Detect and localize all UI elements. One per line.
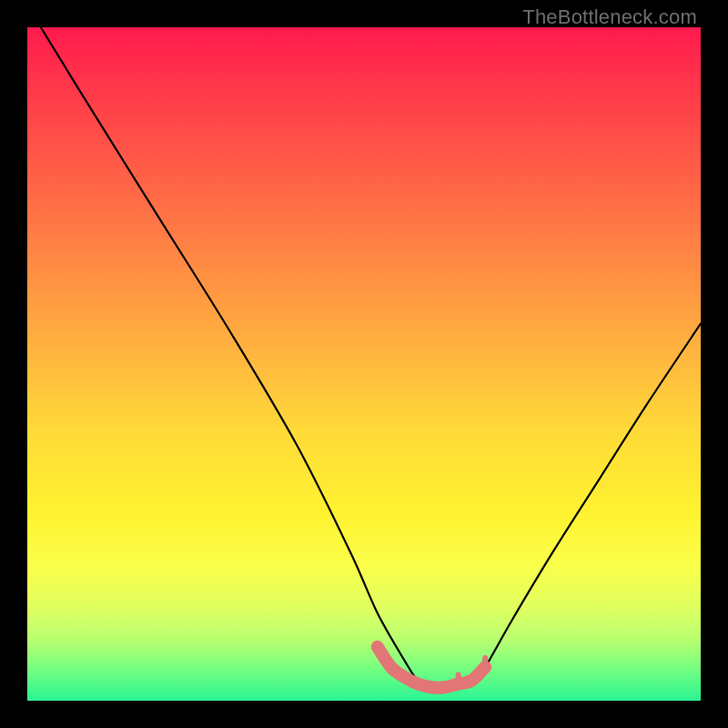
chart-svg xyxy=(27,27,701,701)
watermark-text: TheBottleneck.com xyxy=(522,5,697,29)
plot-area xyxy=(27,27,701,701)
valley-marker xyxy=(378,647,485,688)
chart-frame: TheBottleneck.com xyxy=(0,0,728,728)
bottleneck-curve xyxy=(41,27,701,688)
